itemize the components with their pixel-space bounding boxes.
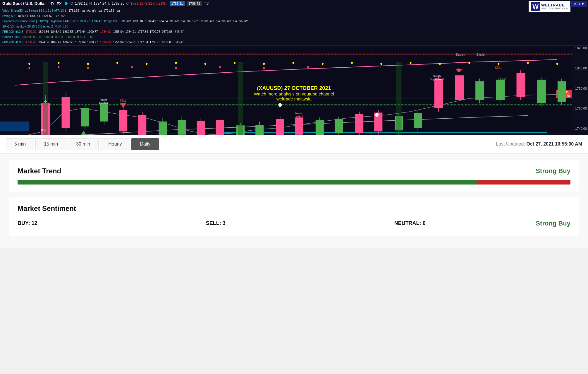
main-content: Market Trend Strong Buy Market Sentiment… bbox=[0, 154, 588, 248]
sentiment-stats-row: BUY: 12 SELL: 3 NEUTRAL: 0 bbox=[18, 217, 570, 229]
svg-point-101 bbox=[58, 62, 60, 64]
market-trend-header: Market Trend Strong Buy bbox=[18, 167, 570, 175]
last-updated-datetime: Oct 27, 2021 10:55:00 AM bbox=[526, 141, 582, 146]
timeframe-tabs: 5 min 15 min 30 min Hourly Daily bbox=[6, 138, 159, 150]
svg-point-121 bbox=[87, 67, 89, 69]
svg-text:Engulf/: Engulf/ bbox=[295, 115, 303, 118]
svg-rect-47 bbox=[414, 113, 422, 128]
tab-hourly[interactable]: Hourly bbox=[100, 138, 130, 150]
svg-rect-87 bbox=[278, 103, 282, 107]
price-badge2: 1788.72 bbox=[187, 1, 202, 6]
svg-rect-21 bbox=[159, 122, 167, 135]
svg-text:HSEast!: HSEast! bbox=[497, 78, 506, 81]
candlestick-svg: Doji Bullish Engulfing Bullish Harami IH… bbox=[0, 46, 572, 135]
svg-rect-25 bbox=[197, 121, 205, 135]
price-1760: 1760.00 bbox=[573, 107, 587, 110]
tab-15min[interactable]: 15 min bbox=[35, 138, 66, 150]
svg-text:Bullish: Bullish bbox=[82, 107, 89, 111]
sentiment-signal: Strong Buy bbox=[536, 220, 570, 227]
chart-symbol: Gold Spot / U.S. Dollar bbox=[2, 1, 46, 6]
svg-point-109 bbox=[293, 62, 294, 64]
svg-point-120 bbox=[58, 66, 60, 68]
svg-rect-11 bbox=[62, 97, 70, 128]
svg-point-102 bbox=[87, 63, 89, 65]
indicator-row-7: FBB 200 htlc3 3 1790.20 1824.36 1845.49 … bbox=[2, 40, 586, 45]
trend-bar-green bbox=[18, 180, 477, 185]
logo-text: WELTRADE SECURE BROKER bbox=[541, 3, 568, 10]
market-sentiment-title: Market Sentiment bbox=[18, 204, 76, 213]
price-badge1: 1788.31 bbox=[170, 1, 185, 6]
svg-text:Harami: Harami bbox=[99, 102, 108, 105]
chart-header: Gold Spot / U.S. Dollar 1D FX O 1792.12 … bbox=[0, 0, 588, 7]
svg-point-115 bbox=[468, 62, 470, 64]
candle-count: 41° bbox=[204, 2, 209, 5]
market-trend-signal: Strong Buy bbox=[536, 167, 570, 175]
indicator-row-4: SRv2 10 High/Low 20 10 5 2 Dashed 2 0.00… bbox=[2, 24, 586, 29]
svg-point-114 bbox=[439, 63, 441, 65]
market-trend-card: Market Trend Strong Buy bbox=[9, 160, 579, 192]
stat-neutral: NEUTRAL: 0 bbox=[394, 217, 536, 229]
svg-text:Search: Search bbox=[433, 74, 441, 78]
chart-timeframe: 1D bbox=[49, 1, 54, 6]
svg-rect-17 bbox=[119, 110, 127, 131]
logo-w-icon: W bbox=[531, 2, 540, 11]
svg-text:Harami: Harami bbox=[81, 111, 89, 114]
trend-bar-red bbox=[477, 180, 570, 185]
svg-point-117 bbox=[527, 62, 529, 64]
svg-text:Bearish: Bearish bbox=[295, 112, 303, 115]
price-badge-small: 1788.31 1788.72 41° bbox=[170, 2, 209, 5]
price-1740: 1740.00 bbox=[573, 127, 587, 130]
svg-point-110 bbox=[322, 63, 324, 65]
chart-ohlc: O 1792.12 H 1794.24 L 1788.25 C 1788.31 … bbox=[71, 1, 167, 6]
svg-point-118 bbox=[556, 63, 558, 65]
ohlc-close: 1788.31 -3.81 (-0.21%) bbox=[130, 1, 166, 6]
svg-text:SELL: SELL bbox=[120, 99, 127, 103]
svg-rect-7 bbox=[0, 122, 29, 132]
svg-text:SELL: SELL bbox=[495, 66, 502, 69]
svg-point-124 bbox=[219, 66, 221, 68]
ohlc-high: 1794.24 bbox=[94, 1, 106, 6]
stat-buy: BUY: 12 bbox=[18, 217, 159, 229]
svg-text:IH: IH bbox=[161, 134, 164, 135]
sentiment-stats: BUY: 12 SELL: 3 NEUTRAL: 0 bbox=[18, 217, 536, 229]
svg-rect-61 bbox=[558, 81, 566, 102]
tab-daily[interactable]: Daily bbox=[131, 138, 159, 150]
svg-rect-57 bbox=[517, 73, 525, 97]
svg-point-106 bbox=[204, 63, 206, 65]
svg-point-111 bbox=[351, 62, 353, 64]
svg-rect-15 bbox=[100, 103, 108, 122]
svg-rect-19 bbox=[138, 115, 146, 135]
svg-point-126 bbox=[307, 66, 309, 68]
svg-rect-27 bbox=[216, 120, 224, 135]
tab-5min[interactable]: 5 min bbox=[6, 138, 34, 150]
svg-point-113 bbox=[410, 62, 412, 64]
svg-rect-53 bbox=[475, 81, 484, 100]
chart-type: FX bbox=[57, 1, 62, 6]
indicator-row-5: FBB 200 htlc3 3 1790.20 1824.36 1845.49 … bbox=[2, 29, 586, 34]
svg-rect-37 bbox=[316, 120, 324, 135]
svg-text:Engulf/Search: Engulf/Search bbox=[430, 78, 445, 81]
chart-status-dot bbox=[65, 2, 68, 5]
svg-rect-59 bbox=[537, 80, 546, 103]
currency-badge[interactable]: USD ▼ bbox=[570, 1, 587, 7]
market-sentiment-header: Market Sentiment bbox=[18, 204, 570, 213]
chart-container: Gold Spot / U.S. Dollar 1D FX O 1792.12 … bbox=[0, 0, 588, 135]
price-1780: 1780.00 bbox=[573, 87, 587, 90]
weltrade-logo: W WELTRADE SECURE BROKER bbox=[529, 1, 570, 12]
tab-30min[interactable]: 30 min bbox=[68, 138, 99, 150]
indicator-row-1: Vdub_SniperBX_v1 8 close 13 1 1 21 1 ATR… bbox=[2, 8, 586, 13]
indicator-row-2: Swing 5 5 1800.41 1800.41 1721.52 1721.5… bbox=[2, 13, 586, 18]
svg-point-125 bbox=[263, 67, 265, 69]
svg-text:Bearish: Bearish bbox=[456, 53, 465, 56]
market-sentiment-card: Market Sentiment BUY: 12 SELL: 3 bbox=[9, 197, 579, 236]
svg-point-122 bbox=[131, 66, 133, 68]
svg-point-103 bbox=[116, 62, 118, 64]
price-1820: 1820.00 bbox=[573, 46, 587, 50]
svg-rect-31 bbox=[255, 125, 264, 135]
svg-text:IH: IH bbox=[480, 100, 482, 104]
chart-body: 1820.00 1800.00 1780.00 1760.00 1740.00 … bbox=[0, 46, 588, 135]
trend-bar bbox=[18, 180, 570, 185]
ohlc-open: 1792.12 bbox=[75, 1, 87, 6]
svg-rect-49 bbox=[434, 79, 443, 108]
svg-marker-82 bbox=[81, 131, 87, 135]
